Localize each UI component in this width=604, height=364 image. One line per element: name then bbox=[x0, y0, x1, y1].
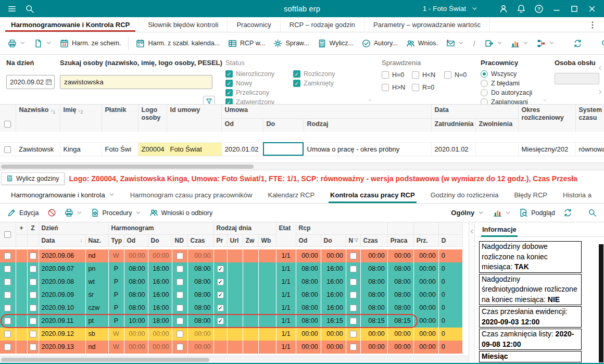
cell-expand[interactable] bbox=[16, 249, 27, 262]
row-select-checkbox[interactable] bbox=[0, 328, 16, 341]
col-praca[interactable]: Praca bbox=[387, 234, 413, 246]
cell-rcp-do[interactable]: 16:00 bbox=[321, 288, 346, 302]
cell-wb[interactable] bbox=[258, 288, 276, 302]
filter-funnel-button[interactable] bbox=[203, 96, 215, 105]
user-button[interactable] bbox=[497, 2, 510, 16]
main-tab-rcp-rodzaje-godzin[interactable]: RCP – rodzaje godzin bbox=[281, 17, 364, 32]
info-vertical-scrollbar[interactable] bbox=[599, 244, 603, 362]
subtab-harmonogram-czasu-pracy-pracownik-w[interactable]: Harmonogram czasu pracy pracowników bbox=[122, 186, 260, 203]
cell-z-checkbox[interactable] bbox=[27, 249, 39, 262]
cell-nd-checkbox[interactable] bbox=[172, 262, 187, 275]
cell-rcp-do[interactable]: 00:00 bbox=[321, 249, 346, 262]
checkbox-przeliczony[interactable]: Przeliczony bbox=[225, 88, 293, 97]
cell-system-czasu[interactable]: równowa bbox=[575, 142, 604, 156]
cell-rcp-czas[interactable]: 00:00 bbox=[360, 328, 387, 341]
cell-typ[interactable]: W bbox=[108, 328, 124, 341]
col-umowa-od[interactable]: Od bbox=[221, 118, 263, 132]
cell-nd-checkbox[interactable] bbox=[172, 302, 187, 315]
cell-nd-checkbox[interactable] bbox=[172, 328, 187, 341]
row-select-checkbox[interactable] bbox=[0, 288, 16, 302]
col-naz[interactable]: Naz. bbox=[85, 234, 108, 246]
cell-harm-czas[interactable]: 08:00 bbox=[187, 315, 213, 328]
grid-search-button[interactable] bbox=[585, 206, 600, 220]
cell-zw[interactable] bbox=[243, 315, 258, 328]
cell-harm-do[interactable]: 00:00 bbox=[148, 328, 172, 341]
cell-data[interactable]: 2020.09.11 bbox=[39, 315, 85, 328]
cell-harm-od[interactable]: 00:00 bbox=[124, 249, 148, 262]
toolbar-chart-button[interactable] bbox=[507, 35, 532, 52]
cell-harm-czas[interactable]: 00:00 bbox=[187, 328, 213, 341]
col-rcp-do[interactable]: Do bbox=[321, 234, 346, 246]
col-etat[interactable]: Etat bbox=[276, 222, 296, 246]
cell-d[interactable]: 0 bbox=[438, 341, 462, 354]
cell-data[interactable]: 2020.09.12 bbox=[39, 328, 85, 341]
subtab-historia-a[interactable]: Historia a bbox=[555, 186, 599, 203]
cell-d[interactable]: 0 bbox=[438, 288, 462, 302]
col-umowa-do[interactable]: Do bbox=[263, 118, 304, 132]
cell-typ[interactable]: P bbox=[108, 288, 124, 302]
grid-select-all-checkbox[interactable] bbox=[4, 231, 11, 238]
cell-rcp-od[interactable]: 08:00 bbox=[296, 315, 321, 328]
grid-horizontal-scrollbar[interactable] bbox=[0, 356, 469, 363]
cell-rcp-czas[interactable]: 08:15 bbox=[360, 315, 387, 328]
cell-rcp-od[interactable]: 00:00 bbox=[296, 249, 321, 262]
cell-rcp-do[interactable]: 16:00 bbox=[321, 262, 346, 275]
grid-row-2020.09.06[interactable]: 2020.09.06ndW00:0000:0000:001/100:0000:0… bbox=[0, 249, 462, 262]
grid-row-2020.09.07[interactable]: 2020.09.07pnP08:0016:0008:00✓1/108:0016:… bbox=[0, 262, 462, 275]
scrollbar-thumb[interactable] bbox=[1, 358, 209, 362]
cell-prz[interactable]: 00:00 bbox=[413, 288, 438, 302]
toolbar-wylicz-button[interactable]: Wylicz... bbox=[314, 35, 357, 52]
cell-nazwisko[interactable]: Zawistowsk bbox=[16, 142, 60, 156]
col-typ[interactable]: Typ bbox=[108, 234, 124, 246]
cell-harm-do[interactable]: 16:00 bbox=[148, 275, 172, 288]
close-button[interactable] bbox=[585, 2, 599, 16]
cell-d[interactable]: 0 bbox=[438, 249, 462, 262]
edit-button[interactable]: Edycja bbox=[4, 206, 42, 220]
cell-expand[interactable] bbox=[16, 302, 27, 315]
grid-row-2020.09.09[interactable]: 2020.09.09śrP08:0016:0008:00✓1/108:0016:… bbox=[0, 288, 462, 302]
cell-expand[interactable] bbox=[16, 288, 27, 302]
cell-rcp-czas[interactable]: 08:00 bbox=[360, 275, 387, 288]
cell-rcp-od[interactable]: 00:00 bbox=[296, 328, 321, 341]
cell-zatrudnienia[interactable]: 2020.01.02 bbox=[431, 142, 475, 156]
cell-n-checkbox[interactable] bbox=[346, 262, 360, 275]
cell-expand[interactable] bbox=[16, 328, 27, 341]
cell-praca[interactable]: 08:00 bbox=[387, 288, 413, 302]
col-prz[interactable]: Prz. bbox=[413, 234, 438, 246]
cell-etat[interactable]: 1/1 bbox=[276, 315, 296, 328]
cell-data[interactable]: 2020.09.10 bbox=[39, 302, 85, 315]
row-select-checkbox[interactable] bbox=[0, 315, 16, 328]
cell-expand[interactable] bbox=[16, 315, 27, 328]
hamburger-menu-button[interactable] bbox=[5, 2, 19, 16]
cell-praca[interactable]: 00:00 bbox=[387, 249, 413, 262]
col-okres-rozliczeniowy[interactable]: Okres rozliczeniowy bbox=[518, 105, 575, 132]
cell-rcp-do[interactable]: 16:15 bbox=[321, 315, 346, 328]
row-select-checkbox[interactable] bbox=[0, 262, 16, 275]
toolbar-mail-button[interactable] bbox=[443, 35, 468, 52]
tab-overflow-menu-button[interactable]: ⋮ bbox=[581, 17, 604, 32]
osoba-input[interactable] bbox=[555, 73, 599, 84]
cell-rcp-czas[interactable]: 00:00 bbox=[360, 249, 387, 262]
cell-zw[interactable] bbox=[243, 275, 258, 288]
cell-pr[interactable]: ✓ bbox=[213, 275, 227, 288]
wnioski-o-odbiory-button[interactable]: Wnioski o odbiory bbox=[146, 206, 216, 220]
cell-logo-osoby[interactable]: Z00004 bbox=[138, 142, 167, 156]
cell-rcp-do[interactable]: 00:00 bbox=[321, 341, 346, 354]
col-nd[interactable]: ND bbox=[172, 234, 187, 246]
cell-harm-od[interactable]: 00:00 bbox=[124, 328, 148, 341]
toolbar-new-document-button[interactable] bbox=[30, 35, 55, 52]
radio-z-b-dami[interactable]: Z błędami bbox=[481, 79, 549, 88]
cell-z-checkbox[interactable] bbox=[27, 262, 39, 275]
row-select-checkbox[interactable] bbox=[0, 249, 16, 262]
cell-nd-checkbox[interactable] bbox=[172, 341, 187, 354]
cell-rcp-czas[interactable]: 08:00 bbox=[360, 288, 387, 302]
cell-n-checkbox[interactable] bbox=[346, 302, 360, 315]
cell-n-checkbox[interactable] bbox=[346, 249, 360, 262]
checkbox-nowy[interactable]: Nowy bbox=[225, 79, 293, 88]
cell-z-checkbox[interactable] bbox=[27, 288, 39, 302]
cell-platnik[interactable]: Foto Świ bbox=[102, 142, 138, 156]
cell-typ[interactable]: P bbox=[108, 262, 124, 275]
scrollbar-thumb[interactable] bbox=[599, 244, 603, 362]
cell-harm-czas[interactable]: 08:00 bbox=[187, 275, 213, 288]
grid-row-2020.09.10[interactable]: 2020.09.10czwP08:0016:0008:00✓1/108:0016… bbox=[0, 302, 462, 315]
